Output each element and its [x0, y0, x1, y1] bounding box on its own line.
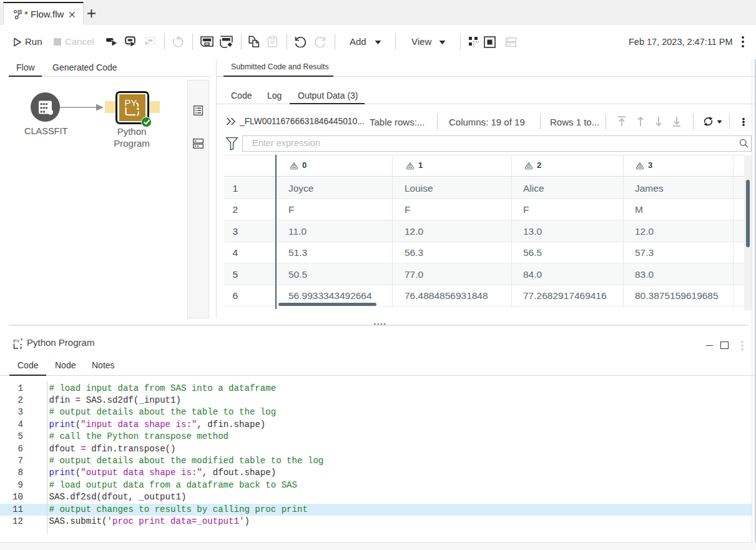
svg-text:PY: PY [13, 338, 20, 344]
svg-text:PY: PY [125, 98, 137, 108]
